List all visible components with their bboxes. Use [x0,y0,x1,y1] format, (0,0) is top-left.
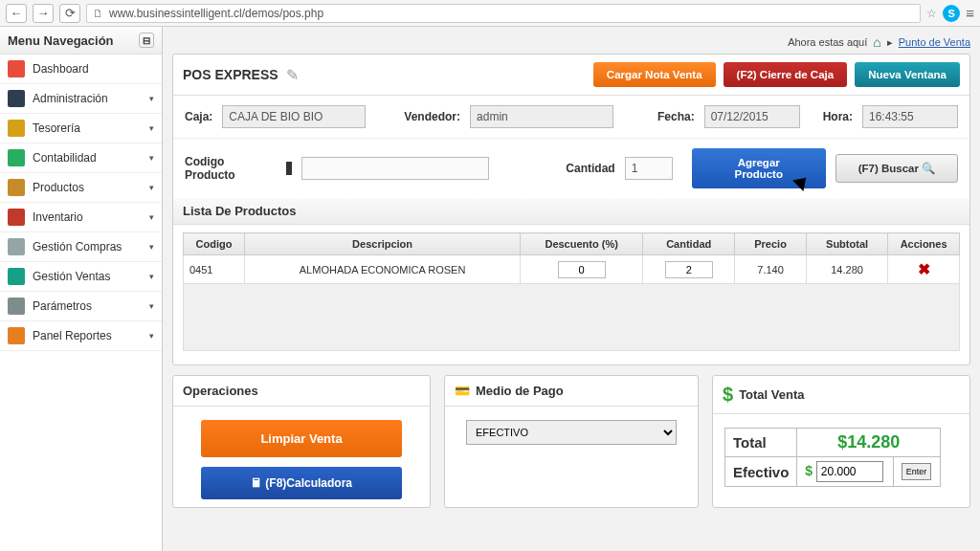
chevron-down-icon: ▾ [149,272,154,281]
sidebar-item-label: Contabilidad [33,151,97,165]
nav-back-button[interactable]: ← [6,4,27,23]
total-value: $14.280 [797,429,941,457]
sidebar-item-label: Inventario [33,210,83,224]
chevron-down-icon: ▾ [149,94,154,103]
th-actions: Acciones [888,233,960,255]
pos-panel: POS EXPRESS ✎ Cargar Nota Venta (F2) Cie… [172,54,970,365]
home-icon[interactable]: ⌂ [873,34,880,50]
table-row: 0451 ALMOHADA ECONOMICA ROSEN 7.140 14.2… [184,255,960,284]
cell-codigo: 0451 [184,255,245,284]
operaciones-title: Operaciones [173,376,430,407]
breadcrumb-link[interactable]: Punto de Venta [899,36,970,48]
sidebar-icon [8,60,25,77]
nueva-ventana-button[interactable]: Nueva Ventana [855,62,960,87]
nav-forward-button[interactable]: → [33,4,54,23]
dollar-icon: $ [723,384,733,406]
sidebar-icon [8,209,25,226]
wand-icon: ✎ [286,66,299,84]
sidebar-icon [8,179,25,196]
caja-label: Caja: [185,110,212,123]
breadcrumb-prefix: Ahora estas aquí [788,36,867,48]
sidebar-item-label: Parámetros [33,299,92,313]
medio-pago-select[interactable]: EFECTIVO [466,420,677,445]
sidebar-icon [8,90,25,107]
vendedor-field [470,105,613,128]
sidebar-item-productos[interactable]: Productos ▾ [0,173,162,203]
main-content: Ahora estas aquí ⌂ ▸ Punto de Venta POS … [163,27,980,551]
products-table: Codigo Descripcion Descuento (%) Cantida… [183,232,960,284]
sidebar-item-administración[interactable]: Administración ▾ [0,84,162,114]
calculadora-button[interactable]: 🖩 (F8)Calculadora [201,467,402,499]
sidebar-item-label: Tesorería [33,121,80,135]
qty-input[interactable] [665,261,713,278]
nav-reload-button[interactable]: ⟳ [59,4,80,23]
chevron-down-icon: ▾ [149,212,154,222]
hora-label: Hora: [823,110,853,123]
chevron-down-icon: ▾ [149,183,154,192]
products-section-title: Lista De Productos [173,198,969,225]
sidebar-header: Menu Navegación ⊟ [0,27,162,55]
total-table: Total $14.280 Efectivo $ Enter [724,428,941,487]
sidebar-icon [8,327,25,344]
sidebar-icon [8,268,25,285]
medio-pago-title: Medio de Pago [476,384,564,398]
caja-field [222,105,366,128]
enter-button[interactable]: Enter [902,463,932,480]
efectivo-input[interactable] [816,461,883,482]
cierre-caja-button[interactable]: (F2) Cierre de Caja [724,62,848,87]
medio-pago-block: 💳 Medio de Pago EFECTIVO [444,375,699,508]
codigo-input[interactable] [301,157,490,180]
globe-icon: 🗋 [93,8,103,19]
cantidad-label: Cantidad [566,162,614,175]
th-codigo: Codigo [184,233,245,255]
sidebar-item-gestión-ventas[interactable]: Gestión Ventas ▾ [0,262,162,292]
hora-field [862,105,958,128]
sidebar-icon [8,149,25,166]
barcode-icon [286,162,292,175]
sidebar-item-parámetros[interactable]: Parámetros ▾ [0,292,162,321]
sidebar-item-dashboard[interactable]: Dashboard [0,55,162,84]
sidebar-item-inventario[interactable]: Inventario ▾ [0,203,162,232]
total-venta-title: Total Venta [739,387,804,402]
sidebar-item-label: Productos [33,181,84,194]
breadcrumb: Ahora estas aquí ⌂ ▸ Punto de Venta [172,34,970,50]
sidebar: Menu Navegación ⊟ Dashboard Administraci… [0,27,163,551]
sidebar-icon [8,238,25,255]
vendedor-label: Vendedor: [404,110,460,123]
th-qty: Cantidad [643,233,735,255]
fecha-label: Fecha: [657,110,695,123]
sidebar-item-contabilidad[interactable]: Contabilidad ▾ [0,143,162,173]
chevron-down-icon: ▾ [149,153,154,163]
chevron-down-icon: ▾ [149,301,154,311]
discount-input[interactable] [558,261,606,278]
sidebar-collapse-button[interactable]: ⊟ [139,33,154,48]
browser-toolbar: ← → ⟳ 🗋 www.businessintelligent.cl/demos… [0,0,980,27]
page-title: POS EXPRESS [183,67,278,82]
sidebar-item-label: Dashboard [33,62,89,76]
th-desc: Descripcion [245,233,521,255]
th-subtotal: Subtotal [806,233,887,255]
chevron-down-icon: ▾ [149,123,154,133]
sidebar-item-label: Panel Reportes [33,329,112,342]
skype-icon[interactable]: S [943,5,960,22]
efectivo-label: Efectivo [725,457,797,487]
agregar-producto-button[interactable]: Agregar Producto [692,148,826,188]
th-discount: Descuento (%) [521,233,643,255]
sidebar-item-tesorería[interactable]: Tesorería ▾ [0,114,162,143]
sidebar-item-label: Gestión Ventas [33,270,110,283]
sidebar-icon [8,298,25,315]
total-label: Total [725,429,797,457]
limpiar-venta-button[interactable]: Limpiar Venta [201,420,402,457]
operaciones-block: Operaciones Limpiar Venta 🖩 (F8)Calculad… [172,375,431,508]
url-bar[interactable]: 🗋 www.businessintelligent.cl/demos/pos.p… [86,4,921,23]
buscar-button[interactable]: (F7) Buscar 🔍 [835,154,958,183]
sidebar-item-gestión-compras[interactable]: Gestión Compras ▾ [0,232,162,262]
menu-icon[interactable]: ≡ [966,5,974,21]
cargar-nota-button[interactable]: Cargar Nota Venta [593,62,716,87]
cell-price: 7.140 [735,255,807,284]
sidebar-item-panel-reportes[interactable]: Panel Reportes ▾ [0,321,162,351]
star-icon[interactable]: ☆ [926,7,937,20]
cantidad-input[interactable] [625,157,673,180]
chevron-down-icon: ▾ [149,242,154,252]
delete-row-button[interactable]: ✖ [918,261,930,277]
